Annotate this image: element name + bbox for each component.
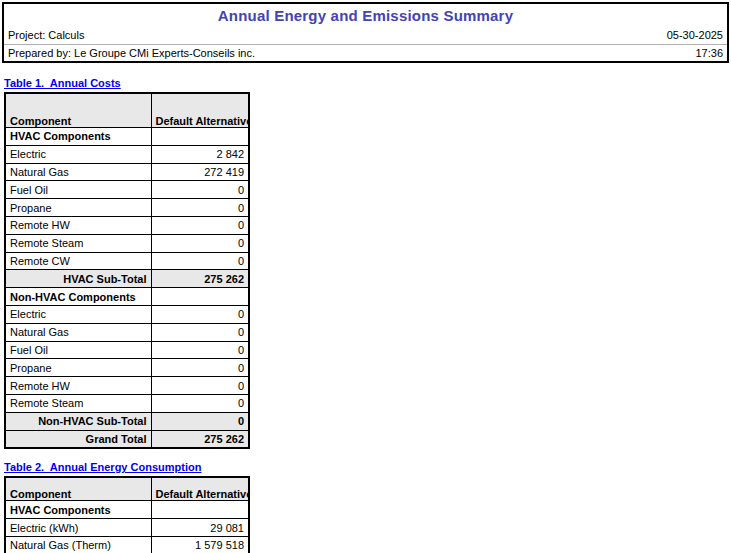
component-cell: HVAC Components [5, 128, 151, 146]
value-cell: 1 579 518 [151, 536, 249, 553]
alternative-column-header: Default Alternative ($) [151, 93, 249, 128]
table-row-data: Natural Gas (Therm)1 579 518 [5, 536, 249, 553]
table-row-data: Propane0 [5, 359, 249, 377]
component-cell: Natural Gas [5, 163, 151, 181]
tables-container: Table 1. Annual CostsComponentDefault Al… [4, 77, 250, 553]
prepared-by-label: Prepared by: Le Groupe CMi Experts-Conse… [8, 45, 255, 62]
prepared-by-row: Prepared by: Le Groupe CMi Experts-Conse… [4, 45, 727, 62]
table-row-data: Remote HW0 [5, 216, 249, 234]
value-cell [151, 128, 249, 146]
component-cell: Electric [5, 145, 151, 163]
table-row-subtotal: HVAC Sub-Total275 262 [5, 270, 249, 288]
component-cell: Electric [5, 305, 151, 323]
table-header-row: ComponentDefault Alternative [5, 477, 249, 501]
table-row-data: Propane0 [5, 199, 249, 217]
value-cell: 0 [151, 252, 249, 270]
table-row-data: Electric2 842 [5, 145, 249, 163]
table-row-subtotal: Grand Total275 262 [5, 430, 249, 448]
value-cell: 0 [151, 216, 249, 234]
value-cell: 0 [151, 341, 249, 359]
value-cell: 29 081 [151, 519, 249, 537]
table-row-data: Remote Steam0 [5, 394, 249, 412]
component-cell: Remote Steam [5, 234, 151, 252]
table-annual-costs-caption: Table 1. Annual Costs [4, 77, 250, 89]
table-row-data: Electric (kWh)29 081 [5, 519, 249, 537]
table-row-data: Fuel Oil0 [5, 181, 249, 199]
table-row-data: Remote Steam0 [5, 234, 249, 252]
table-row-data: Remote HW0 [5, 377, 249, 395]
component-cell: Natural Gas [5, 323, 151, 341]
component-cell: Natural Gas (Therm) [5, 536, 151, 553]
table-row-data: Natural Gas0 [5, 323, 249, 341]
value-cell: 0 [151, 412, 249, 430]
table-annual-energy-consumption-caption: Table 2. Annual Energy Consumption [4, 461, 250, 473]
report-time: 17:36 [695, 45, 723, 62]
value-cell: 272 419 [151, 163, 249, 181]
component-column-header: Component [5, 477, 151, 501]
component-cell: Remote Steam [5, 394, 151, 412]
component-cell: Remote HW [5, 216, 151, 234]
value-cell: 0 [151, 323, 249, 341]
component-cell: HVAC Sub-Total [5, 270, 151, 288]
report-date: 05-30-2025 [667, 27, 723, 44]
component-cell: Electric (kWh) [5, 519, 151, 537]
table-row-data: Electric0 [5, 305, 249, 323]
component-cell: Non-HVAC Components [5, 288, 151, 306]
table-row-section: HVAC Components [5, 501, 249, 519]
value-cell: 0 [151, 234, 249, 252]
table-annual-energy-consumption: ComponentDefault AlternativeHVAC Compone… [4, 476, 250, 553]
component-cell: Fuel Oil [5, 181, 151, 199]
table-annual-costs: ComponentDefault Alternative ($)HVAC Com… [4, 92, 250, 449]
component-cell: Propane [5, 199, 151, 217]
table-row-subtotal: Non-HVAC Sub-Total0 [5, 412, 249, 430]
table-row-data: Remote CW0 [5, 252, 249, 270]
alternative-column-header: Default Alternative [151, 477, 249, 501]
table-row-data: Fuel Oil0 [5, 341, 249, 359]
project-row: Project: Calculs 05-30-2025 [4, 26, 727, 45]
table-row-section: Non-HVAC Components [5, 288, 249, 306]
value-cell [151, 288, 249, 306]
report-title: Annual Energy and Emissions Summary [4, 4, 727, 26]
table-row-section: HVAC Components [5, 128, 249, 146]
component-cell: HVAC Components [5, 501, 151, 519]
table-header-row: ComponentDefault Alternative ($) [5, 93, 249, 128]
component-cell: Remote CW [5, 252, 151, 270]
value-cell: 0 [151, 394, 249, 412]
value-cell: 2 842 [151, 145, 249, 163]
project-label: Project: Calculs [8, 27, 84, 44]
value-cell: 0 [151, 305, 249, 323]
value-cell: 0 [151, 359, 249, 377]
value-cell: 0 [151, 181, 249, 199]
value-cell: 0 [151, 199, 249, 217]
component-cell: Remote HW [5, 377, 151, 395]
value-cell: 275 262 [151, 270, 249, 288]
component-column-header: Component [5, 93, 151, 128]
value-cell: 0 [151, 377, 249, 395]
component-cell: Fuel Oil [5, 341, 151, 359]
component-cell: Grand Total [5, 430, 151, 448]
component-cell: Propane [5, 359, 151, 377]
table-row-data: Natural Gas272 419 [5, 163, 249, 181]
component-cell: Non-HVAC Sub-Total [5, 412, 151, 430]
value-cell [151, 501, 249, 519]
report-header: Annual Energy and Emissions Summary Proj… [2, 2, 729, 63]
value-cell: 275 262 [151, 430, 249, 448]
